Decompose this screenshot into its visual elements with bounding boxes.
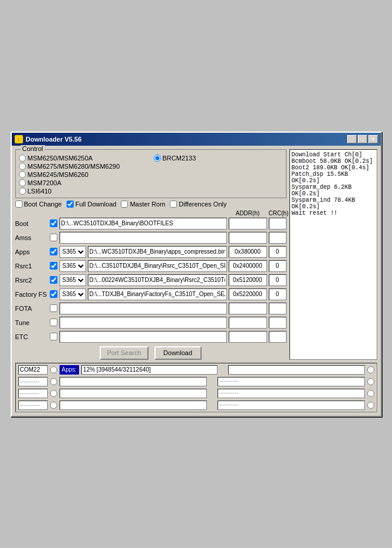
full-download-checkbox: Full Download [67,201,117,208]
factory-crc-input[interactable] [269,288,286,300]
radio-msm6250-input[interactable] [19,155,26,162]
table-row: Boot [15,217,286,230]
rsrc1-select[interactable]: S3650 [60,260,86,272]
status-bar: COM22 Apps: 12% [3948544/32112640] -----… [15,363,377,412]
rsrc1-addr-input[interactable] [229,260,267,272]
master-rom-input[interactable] [121,201,128,208]
boot-path-input[interactable] [60,218,227,229]
apps-addr-input[interactable] [229,246,267,258]
boot-change-input[interactable] [15,201,22,208]
amss-label: Amss [15,234,48,241]
factory-addr-input[interactable] [229,288,267,300]
rsrc2-checkbox[interactable] [50,276,58,284]
rsrc2-select[interactable]: S3650 [60,274,86,286]
table-row: Rsrc2 S3650 [15,274,286,287]
status-radio-main[interactable] [50,366,57,373]
app-icon: ↓ [15,135,23,143]
rsrc2-addr-input[interactable] [229,274,267,286]
radio-msm6275-input[interactable] [19,163,26,170]
factory-path-input[interactable] [88,288,227,300]
log-line-2: Bcmboot 58.0KB OK[0.2s] [292,158,375,165]
radio-msm6245: MSM6245/MSM6260 [19,171,148,178]
differences-only-input[interactable] [170,201,177,208]
tune-checkbox[interactable] [50,319,58,326]
status-right-empty-4: ---------- [218,401,365,410]
column-headers: ADDR(h) CRC(h) [15,210,286,216]
etc-path-input[interactable] [60,331,227,343]
factory-select[interactable]: S3650 [60,288,86,300]
status-radio-right-4[interactable] [367,402,374,409]
radio-brcm2133: BRCM2133 [154,155,283,162]
radio-msm6245-input[interactable] [19,171,26,178]
factory-checkbox[interactable] [50,290,58,298]
status-progress-display: 12% [3948544/32112640] [81,365,218,375]
rsrc2-path-input[interactable] [88,274,227,286]
log-line-4: Patch_dsp 15.5KB OK[0.2s] [292,171,375,184]
log-line-7: Wait reset !! [292,210,375,216]
table-row: Amss [15,231,286,244]
fota-addr-input[interactable] [229,303,267,314]
tune-crc-input[interactable] [269,317,286,329]
boot-change-label: Boot Change [24,201,62,208]
fota-crc-input[interactable] [269,303,286,314]
radio-brcm2133-input[interactable] [154,155,161,162]
amss-crc-input[interactable] [269,232,286,244]
fota-checkbox[interactable] [50,304,58,312]
apps-path-input[interactable] [88,246,227,258]
checkbox-row: Boot Change Full Download Master Rom Dif… [15,201,286,208]
amss-checkbox[interactable] [50,234,58,241]
apps-crc-input[interactable] [269,246,286,258]
rsrc1-path-input[interactable] [88,260,227,272]
full-download-input[interactable] [67,201,74,208]
left-panel: Control MSM6250/MSM6250A BRCM2133 MSM [15,149,286,360]
status-radio-4[interactable] [50,402,57,409]
status-row-3: ---------- ---------- [18,388,374,399]
boot-crc-input[interactable] [269,218,286,229]
apps-checkbox[interactable] [50,248,58,255]
radio-lsi6410-input[interactable] [19,188,26,195]
port-search-button[interactable]: Port Search [100,346,148,360]
status-radio-right-1[interactable] [367,366,374,373]
log-line-6: Sysparm_ind 78.4KB OK[0.2s] [292,197,375,210]
minimize-button[interactable]: _ [347,135,357,143]
apps-select[interactable]: S3650 [60,246,86,258]
boot-change-checkbox: Boot Change [15,201,62,208]
close-button[interactable]: ✕ [368,135,378,143]
tune-path-input[interactable] [60,317,227,329]
log-line-1: Download Start Ch[0] [292,152,375,158]
table-row: Rsrc1 S3650 [15,260,286,273]
radio-msm7200a-input[interactable] [19,179,26,186]
maximize-button[interactable]: □ [358,135,367,143]
etc-addr-input[interactable] [229,331,267,343]
title-buttons: _ □ ✕ [347,135,378,143]
download-button[interactable]: Download [154,346,202,360]
status-radio-3[interactable] [50,390,57,397]
rsrc1-checkbox[interactable] [50,262,58,270]
status-row-4: ---------- ---------- [18,400,374,411]
control-group-label: Control [21,145,45,152]
radio-msm6245-label: MSM6245/MSM6260 [28,171,88,178]
boot-checkbox[interactable] [50,219,58,227]
etc-checkbox[interactable] [50,333,58,340]
etc-crc-input[interactable] [269,331,286,343]
differences-only-checkbox: Differences Only [170,201,226,208]
rsrc2-crc-input[interactable] [269,274,286,286]
log-line-3: Boot2 189.0KB OK[0.4s] [292,165,375,171]
status-radio-2[interactable] [50,378,57,385]
rsrc2-label: Rsrc2 [15,277,48,284]
table-row: Factory FS S3650 [15,288,286,301]
log-line-5: Sysparm_dep 6.2KB OK[0.2s] [292,184,375,197]
main-window: ↓ Downloader V5.56 _ □ ✕ Control MSM62 [11,132,382,417]
table-row: Tune [15,316,286,329]
status-radio-right-2[interactable] [367,378,374,385]
radio-msm6250-label: MSM6250/MSM6250A [28,155,93,162]
rsrc1-crc-input[interactable] [269,260,286,272]
differences-only-label: Differences Only [179,201,226,208]
status-progress-3 [60,389,207,398]
boot-addr-input[interactable] [229,218,267,229]
amss-path-input[interactable] [60,232,227,244]
status-radio-right-3[interactable] [367,390,374,397]
amss-addr-input[interactable] [229,232,267,244]
fota-path-input[interactable] [60,303,227,314]
tune-addr-input[interactable] [229,317,267,329]
